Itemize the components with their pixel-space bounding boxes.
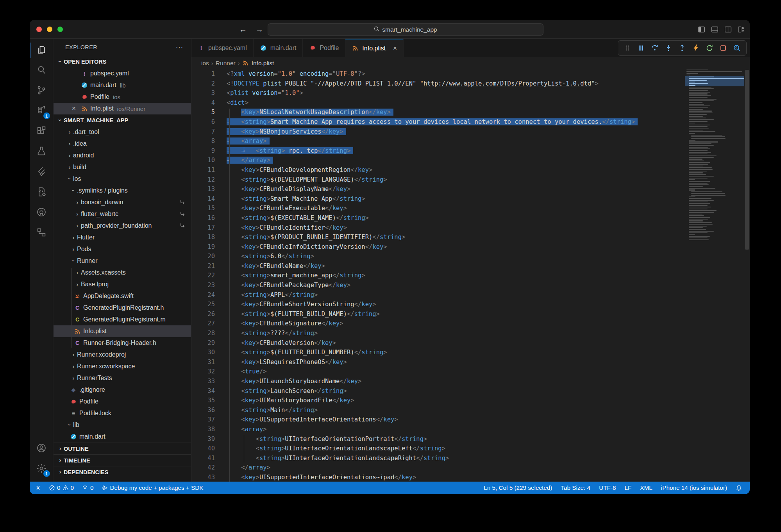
toggle-sidebar-icon[interactable]: [698, 27, 705, 32]
problems-indicator[interactable]: 0 0: [46, 482, 76, 494]
tree-file-AppDelegate.swift[interactable]: AppDelegate.swift: [54, 290, 191, 302]
open-editor-Podfile[interactable]: Podfileios: [54, 91, 191, 103]
code-line-21[interactable]: 21 <key>CFBundleName</key>: [191, 261, 750, 271]
code-line-38[interactable]: 38 <array>: [191, 425, 750, 434]
code-line-41[interactable]: 41 <string>UIInterfaceOrientationLandsca…: [191, 453, 750, 463]
accounts-button[interactable]: [30, 439, 53, 459]
code-line-1[interactable]: 1<?xml version="1.0" encoding="UTF-8"?>: [191, 69, 750, 79]
traffic-close-button[interactable]: [36, 27, 42, 32]
tree-file-Podfile[interactable]: Podfile: [54, 396, 191, 407]
tree-folder-lib[interactable]: ›lib: [54, 419, 191, 431]
tree-folder-Pods[interactable]: ›Pods: [54, 243, 191, 255]
code-line-35[interactable]: 35 <key>UIMainStoryboardFile</key>: [191, 396, 750, 405]
pause-button[interactable]: [636, 43, 647, 54]
code-line-22[interactable]: 22 <string>smart_machine_app</string>: [191, 271, 750, 280]
step-over-button[interactable]: [649, 43, 660, 54]
code-line-8[interactable]: 8→ <array>: [191, 136, 750, 146]
tree-folder-bonsoir_darwin[interactable]: ›bonsoir_darwin: [54, 196, 191, 208]
code-line-43[interactable]: 43 <key>UISupportedInterfaceOrientations…: [191, 473, 750, 482]
tree-folder-Flutter[interactable]: ›Flutter: [54, 232, 191, 243]
code-line-36[interactable]: 36 <string>Main</string>: [191, 405, 750, 415]
tree-folder-build[interactable]: ›build: [54, 161, 191, 173]
open-editor-pubspec.yaml[interactable]: !pubspec.yaml: [54, 68, 191, 79]
code-line-34[interactable]: 34 <string>LaunchScreen</string>: [191, 386, 750, 396]
split-editor-icon[interactable]: [725, 27, 731, 32]
step-out-button[interactable]: [677, 43, 688, 54]
code-line-26[interactable]: 26 <string>$(FLUTTER_BUILD_NAME)</string…: [191, 309, 750, 319]
debug-status[interactable]: Debug my code + packages + SDK: [99, 482, 206, 494]
code-line-30[interactable]: 30 <string>$(FLUTTER_BUILD_NUMBER)</stri…: [191, 348, 750, 357]
sidebar-item-dart-devtools[interactable]: [30, 182, 53, 203]
tree-file-GeneratedPluginRegistrant.h[interactable]: CGeneratedPluginRegistrant.h: [54, 302, 191, 314]
traffic-maximize-button[interactable]: [57, 27, 63, 32]
explorer-actions-icon[interactable]: ···: [176, 44, 183, 51]
tree-file-GeneratedPluginRegistrant.m[interactable]: CGeneratedPluginRegistrant.m: [54, 314, 191, 325]
tab-Info.plist[interactable]: Info.plist×: [345, 39, 404, 57]
sidebar-item-type-hierarchy[interactable]: [30, 223, 53, 243]
code-line-42[interactable]: 42 </array>: [191, 463, 750, 473]
open-editor-Info.plist[interactable]: ×Info.plistios/Runner: [54, 103, 191, 114]
sidebar-item-extensions[interactable]: [30, 121, 53, 142]
sidebar-item-run-debug[interactable]: 1: [30, 101, 53, 121]
code-line-39[interactable]: 39 <string>UIInterfaceOrientationPortrai…: [191, 434, 750, 444]
code-line-32[interactable]: 32 <true/>: [191, 367, 750, 377]
code-line-20[interactable]: 20 <string>6.0</string>: [191, 252, 750, 261]
project-header[interactable]: › SMART_MACHINE_APP: [54, 114, 191, 126]
code-line-19[interactable]: 19 <key>CFBundleInfoDictionaryVersion</k…: [191, 242, 750, 252]
close-icon[interactable]: ×: [393, 45, 397, 52]
code-line-33[interactable]: 33 <key>UILaunchStoryboardName</key>: [191, 377, 750, 386]
code-line-9[interactable]: 9→ → <string>_rpc._tcp</string>: [191, 146, 750, 156]
tree-folder-.dart_tool[interactable]: ›.dart_tool: [54, 126, 191, 138]
eol-indicator[interactable]: LF: [622, 484, 634, 491]
section-outline[interactable]: ›OUTLINE: [54, 443, 191, 454]
code-line-11[interactable]: 11 <key>CFBundleDevelopmentRegion</key>: [191, 165, 750, 175]
tree-file-main.dart[interactable]: main.dart: [54, 431, 191, 443]
hot-reload-button[interactable]: [690, 43, 701, 54]
tree-file-Podfile.lock[interactable]: ≡Podfile.lock: [54, 407, 191, 419]
sidebar-item-github[interactable]: [30, 203, 53, 223]
flutter-inspector-button[interactable]: [731, 43, 742, 54]
code-line-29[interactable]: 29 <key>CFBundleVersion</key>: [191, 338, 750, 348]
code-line-15[interactable]: 15 <key>CFBundleExecutable</key>: [191, 204, 750, 213]
manage-button[interactable]: 1: [30, 459, 53, 479]
open-editor-main.dart[interactable]: main.dartlib: [54, 79, 191, 91]
code-line-37[interactable]: 37 <key>UISupportedInterfaceOrientations…: [191, 415, 750, 425]
tab-Podfile[interactable]: Podfile: [303, 39, 345, 57]
step-into-button[interactable]: [663, 43, 674, 54]
encoding[interactable]: UTF-8: [597, 484, 618, 491]
traffic-minimize-button[interactable]: [47, 27, 52, 32]
code-line-12[interactable]: 12 <string>$(DEVELOPMENT_LANGUAGE)</stri…: [191, 175, 750, 185]
sidebar-item-source-control[interactable]: [30, 81, 53, 101]
language-mode[interactable]: XML: [638, 484, 654, 491]
customize-layout-icon[interactable]: [738, 27, 744, 32]
code-line-25[interactable]: 25 <key>CFBundleShortVersionString</key>: [191, 300, 750, 309]
code-line-24[interactable]: 24 <string>APPL</string>: [191, 290, 750, 300]
sidebar-item-flutter[interactable]: [30, 162, 53, 182]
code-line-13[interactable]: 13 <key>CFBundleDisplayName</key>: [191, 184, 750, 194]
back-button[interactable]: ←: [239, 25, 247, 34]
tree-folder-Assets.xcassets[interactable]: ›Assets.xcassets: [54, 267, 191, 278]
code-line-18[interactable]: 18 <string>$(PRODUCT_BUNDLE_IDENTIFIER)<…: [191, 232, 750, 242]
breadcrumb-segment[interactable]: Runner: [216, 60, 236, 67]
code-line-2[interactable]: 2<!DOCTYPE plist PUBLIC "-//Apple//DTD P…: [191, 79, 750, 89]
tree-folder-Runner.xcworkspace[interactable]: ›Runner.xcworkspace: [54, 361, 191, 372]
code-line-28[interactable]: 28 <string>????</string>: [191, 328, 750, 338]
tree-folder-Runner.xcodeproj[interactable]: ›Runner.xcodeproj: [54, 349, 191, 361]
code-line-5[interactable]: 5 <key>NSLocalNetworkUsageDescription</k…: [191, 107, 750, 117]
code-line-7[interactable]: 7→ <key>NSBonjourServices</key>: [191, 127, 750, 137]
open-editors-header[interactable]: › OPEN EDITORS: [54, 56, 191, 68]
forward-button[interactable]: →: [256, 25, 263, 34]
ports-indicator[interactable]: 0: [79, 482, 96, 494]
tree-file-.gitignore[interactable]: ◆.gitignore: [54, 384, 191, 396]
tree-folder-RunnerTests[interactable]: ›RunnerTests: [54, 372, 191, 384]
code-line-6[interactable]: 6→ <string>Smart Machine App requires ac…: [191, 117, 750, 127]
cursor-position[interactable]: Ln 5, Col 5 (229 selected): [481, 484, 554, 491]
drag-handle-icon[interactable]: [622, 43, 633, 54]
restart-button[interactable]: [704, 43, 715, 54]
code-line-16[interactable]: 16 <string>$(EXECUTABLE_NAME)</string>: [191, 213, 750, 223]
code-editor[interactable]: 1<?xml version="1.0" encoding="UTF-8"?>2…: [191, 69, 750, 482]
code-line-3[interactable]: 3<plist version="1.0">: [191, 88, 750, 98]
toggle-panel-icon[interactable]: [711, 27, 718, 32]
tree-folder-flutter_webrtc[interactable]: ›flutter_webrtc: [54, 208, 191, 220]
notifications-bell[interactable]: [733, 485, 744, 491]
